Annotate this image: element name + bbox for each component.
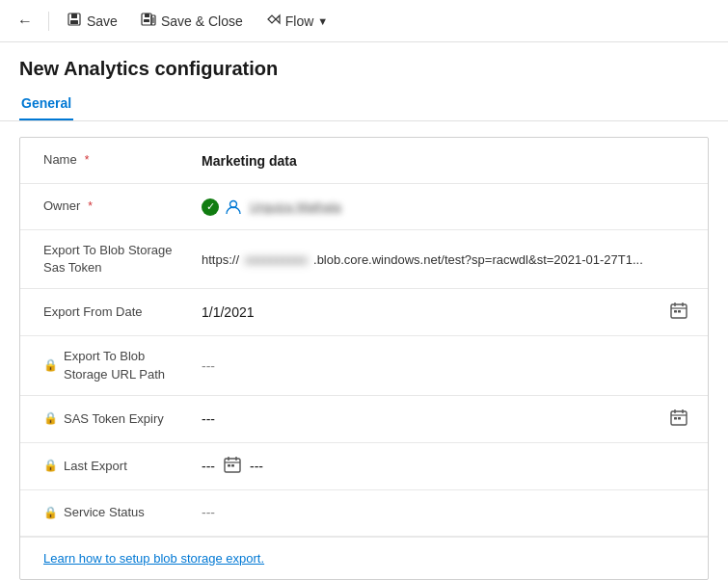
svg-rect-14 — [678, 310, 681, 313]
field-row-export-blob-url: 🔒 Export To Blob Storage URL Path --- — [20, 336, 708, 395]
save-close-label: Save & Close — [161, 13, 243, 29]
last-export-value1: --- — [202, 459, 215, 474]
field-row-owner: Owner * ✓ Urquiza Mathala — [20, 184, 708, 230]
calendar-icon-export-from-date[interactable] — [669, 301, 688, 324]
field-value-sas-expiry: --- — [194, 404, 708, 435]
owner-check-icon: ✓ — [202, 198, 219, 216]
flow-button[interactable]: Flow ▼ — [256, 7, 337, 35]
field-row-service-status: 🔒 Service Status --- — [20, 490, 708, 537]
date-value-export[interactable]: 1/1/2021 — [202, 304, 663, 320]
field-label-export-blob-sas: Export To Blob Storage Sas Token — [20, 238, 194, 280]
calendar-icon-last-export[interactable] — [223, 455, 242, 478]
svg-rect-25 — [228, 464, 230, 467]
lock-icon-last-export: 🔒 — [43, 458, 58, 474]
back-icon: ← — [17, 13, 33, 30]
svg-rect-20 — [678, 417, 681, 420]
save-label: Save — [87, 13, 118, 29]
lock-icon-url: 🔒 — [43, 357, 58, 374]
field-value-owner: ✓ Urquiza Mathala — [194, 194, 708, 221]
svg-rect-2 — [70, 20, 78, 24]
svg-rect-4 — [145, 13, 149, 17]
field-row-sas-expiry: 🔒 SAS Token Expiry --- — [20, 396, 708, 443]
flow-icon — [266, 12, 282, 30]
sas-expiry-value: --- — [202, 411, 663, 427]
save-button[interactable]: Save — [57, 7, 127, 35]
flow-label: Flow — [285, 13, 314, 29]
tab-general[interactable]: General — [19, 88, 73, 120]
field-value-name[interactable]: Marketing data — [194, 149, 708, 172]
svg-rect-13 — [674, 310, 677, 313]
flow-dropdown-icon: ▼ — [317, 15, 328, 27]
save-close-icon — [141, 12, 156, 30]
field-row-export-blob-sas: Export To Blob Storage Sas Token https:/… — [20, 230, 708, 289]
field-row-name: Name * Marketing data — [20, 138, 708, 184]
last-export-value2: --- — [250, 459, 263, 474]
save-close-button[interactable]: Save & Close — [131, 7, 253, 35]
lock-icon-sas: 🔒 — [43, 410, 58, 427]
tabs: General — [0, 88, 728, 121]
lock-icon-service-status: 🔒 — [43, 505, 58, 521]
form-container: Name * Marketing data Owner * ✓ Urquiza … — [19, 137, 709, 580]
toolbar-divider — [48, 12, 49, 31]
page-title: New Analytics configuration — [0, 42, 728, 88]
back-button[interactable]: ← — [10, 6, 40, 37]
svg-rect-26 — [231, 464, 234, 467]
required-star-name: * — [85, 152, 90, 169]
svg-rect-19 — [674, 417, 677, 420]
field-label-owner: Owner * — [20, 194, 194, 219]
field-label-sas-expiry: 🔒 SAS Token Expiry — [20, 407, 194, 432]
field-value-export-blob-sas[interactable]: https://xxxxxxxxxx.blob.core.windows.net… — [194, 249, 708, 271]
field-value-service-status: --- — [194, 501, 708, 524]
field-label-service-status: 🔒 Service Status — [20, 500, 194, 525]
required-star-owner: * — [88, 198, 93, 215]
svg-rect-1 — [71, 13, 77, 18]
field-label-export-blob-url: 🔒 Export To Blob Storage URL Path — [20, 344, 194, 386]
url-suffix: .blob.core.windows.net/test?sp=racwdl&st… — [313, 252, 643, 267]
owner-name-value[interactable]: Urquiza Mathala — [250, 199, 341, 214]
field-value-last-export: --- --- — [194, 451, 708, 482]
field-label-export-from-date: Export From Date — [20, 300, 194, 325]
save-icon — [67, 12, 82, 30]
field-row-last-export: 🔒 Last Export --- --- — [20, 443, 708, 490]
field-label-name: Name * — [20, 147, 194, 172]
field-row-export-from-date: Export From Date 1/1/2021 — [20, 289, 708, 336]
calendar-icon-sas-expiry[interactable] — [669, 408, 688, 431]
field-label-last-export: 🔒 Last Export — [20, 454, 194, 479]
svg-rect-5 — [144, 19, 149, 22]
toolbar: ← Save Save & Close — [0, 0, 728, 42]
learn-link[interactable]: Learn how to setup blob storage export. — [20, 537, 708, 579]
field-value-export-blob-url: --- — [194, 355, 708, 378]
field-value-export-from-date: 1/1/2021 — [194, 297, 708, 328]
url-blurred: xxxxxxxxxx — [245, 252, 308, 267]
url-prefix: https:// — [202, 252, 239, 267]
owner-person-icon — [225, 198, 244, 217]
